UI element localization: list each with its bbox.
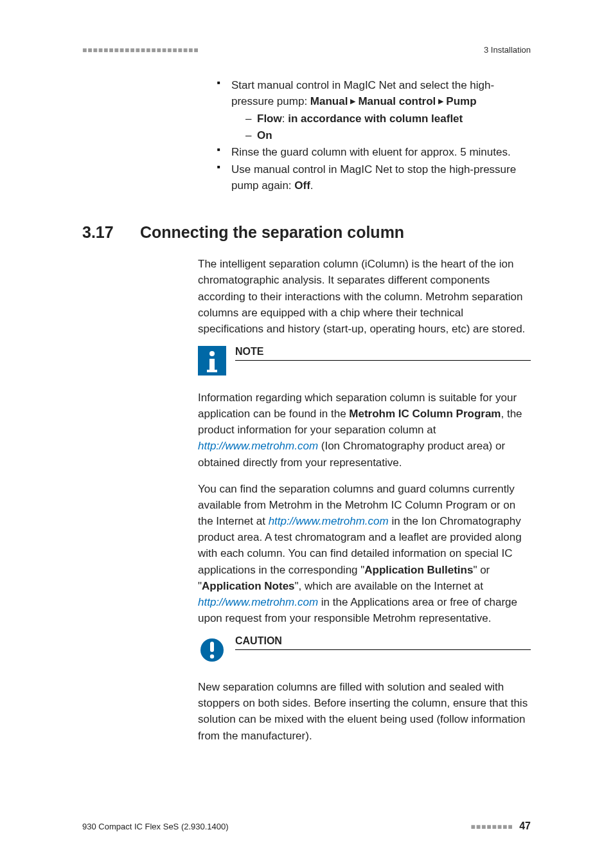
text: ", which are available on the Internet a… [295, 580, 483, 592]
bold-text: Manual [310, 95, 348, 107]
info-icon [198, 346, 226, 375]
caution-callout: CAUTION New separation columns are fille… [198, 635, 531, 744]
note-body: Information regarding which separation c… [198, 390, 531, 471]
footer-doc-id: 930 Compact IC Flex SeS (2.930.1400) [82, 822, 229, 831]
bold-text: in accordance with column leaflet [288, 113, 463, 125]
section-number: 3.17 [82, 223, 140, 242]
triangle-icon: ▶ [438, 96, 443, 107]
page-footer: 930 Compact IC Flex SeS (2.930.1400) ■■■… [82, 820, 531, 832]
note-callout: NOTE Information regarding which separat… [198, 346, 531, 471]
text: Rinse the guard column with eluent for a… [231, 146, 511, 158]
paragraph: The intelligent separation column (iColu… [198, 256, 531, 337]
header-dots: ■■■■■■■■■■■■■■■■■■■■■■ [82, 46, 199, 55]
caution-title: CAUTION [235, 635, 531, 650]
bold-text: Manual control [358, 95, 436, 107]
intro-paragraph: The intelligent separation column (iColu… [198, 256, 531, 337]
link[interactable]: http://www.metrohm.com [198, 440, 318, 452]
continuation-list: Start manual control in MagIC Net and se… [217, 78, 531, 194]
list-item: Rinse the guard column with eluent for a… [217, 145, 531, 161]
page: ■■■■■■■■■■■■■■■■■■■■■■ 3 Installation St… [0, 0, 613, 868]
header-chapter: 3 Installation [484, 45, 531, 55]
link[interactable]: http://www.metrohm.com [198, 596, 318, 608]
text: Use manual control in MagIC Net to stop … [231, 163, 516, 192]
paragraph-block: You can find the separation columns and … [198, 481, 531, 626]
link[interactable]: http://www.metrohm.com [269, 515, 389, 527]
page-header: ■■■■■■■■■■■■■■■■■■■■■■ 3 Installation [82, 45, 531, 55]
svg-rect-1 [210, 642, 214, 652]
bold-text: Application Bulletins [364, 564, 473, 576]
bold-text: Flow [257, 113, 282, 125]
page-number: 47 [519, 820, 531, 831]
bold-text: Off [294, 179, 310, 192]
bold-text: Application Notes [202, 580, 295, 592]
sub-list-item: On [245, 127, 531, 144]
note-title: NOTE [235, 346, 531, 361]
bold-text: Pump [446, 95, 476, 107]
section-heading: 3.17 Connecting the separation column [82, 223, 531, 242]
sub-list-item: Flow: in accordance with column leaflet [245, 111, 531, 127]
section-title: Connecting the separation column [140, 223, 404, 242]
paragraph: You can find the separation columns and … [198, 481, 531, 626]
text: : [282, 113, 288, 125]
svg-point-2 [210, 655, 214, 658]
footer-dots: ■■■■■■■■ [471, 822, 513, 831]
list-item: Use manual control in MagIC Net to stop … [217, 162, 531, 194]
caution-icon [198, 635, 226, 665]
bold-text: Metrohm IC Column Program [349, 408, 501, 420]
triangle-icon: ▶ [350, 96, 355, 107]
text: . [310, 179, 314, 192]
caution-body: New separation columns are filled with s… [198, 679, 531, 744]
list-item: Start manual control in MagIC Net and se… [217, 78, 531, 143]
bold-text: On [257, 129, 272, 141]
